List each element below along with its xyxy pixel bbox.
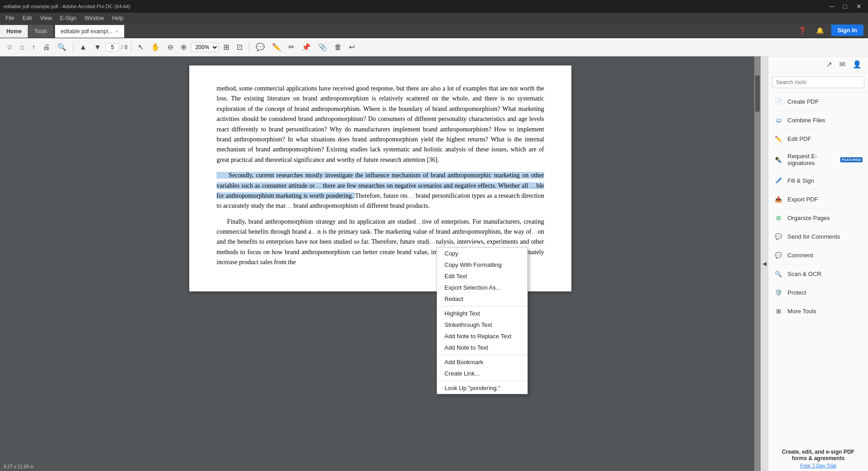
menu-file[interactable]: File — [2, 14, 18, 23]
share-button[interactable]: ↗ — [824, 59, 834, 70]
tab-document-label: editable pdf exampl... — [61, 28, 112, 35]
request-esig-icon: ✒️ — [774, 155, 783, 164]
close-button[interactable]: ✕ — [853, 2, 864, 11]
home-button[interactable]: ⌂ — [17, 41, 27, 53]
ctx-copy-formatting[interactable]: Copy With Formatting — [437, 259, 527, 271]
ctx-highlight-text[interactable]: Highlight Text — [437, 308, 527, 319]
tab-document[interactable]: editable pdf exampl... × — [55, 25, 124, 38]
tool-edit-pdf[interactable]: ✏️ Edit PDF — [768, 130, 868, 148]
bookmark-button[interactable]: ☆ — [4, 41, 15, 53]
tab-close-icon[interactable]: × — [115, 29, 118, 34]
right-panel-top: ↗ ✉ 👤 — [768, 56, 868, 73]
create-pdf-icon: 📄 — [774, 97, 783, 106]
search-tools-input[interactable] — [772, 76, 864, 88]
tool-organize-pages[interactable]: ⊞ Organize Pages — [768, 209, 868, 227]
tab-tools[interactable]: Tools — [28, 25, 53, 38]
tool-fill-sign[interactable]: 🖊️ Fill & Sign — [768, 171, 868, 190]
delete-button[interactable]: 🗑 — [332, 41, 344, 53]
zoom-out-search[interactable]: 🔍 — [55, 41, 69, 53]
export-pdf-icon: 📤 — [774, 195, 783, 204]
tool-create-pdf-label: Create PDF — [787, 98, 819, 105]
ctx-add-note-text[interactable]: Add Note to Text — [437, 342, 527, 353]
highlight-btn[interactable]: ✏ — [286, 41, 297, 53]
zoom-select[interactable]: 200% 150% 100% 75% — [191, 43, 219, 52]
ctx-sep-3 — [437, 381, 527, 381]
ctx-sep-1 — [437, 306, 527, 306]
comment-button[interactable]: 💬 — [253, 41, 267, 53]
tool-request-esig-label: Request E-signatures — [787, 153, 835, 166]
ctx-add-bookmark[interactable]: Add Bookmark — [437, 356, 527, 368]
tool-scan-ocr[interactable]: 🔍 Scan & OCR — [768, 265, 868, 283]
ctx-strikethrough-text[interactable]: Strikethrough Text — [437, 319, 527, 331]
page-sep: / — [121, 44, 122, 50]
undo-button[interactable]: ↩ — [346, 41, 358, 53]
cursor-tool[interactable]: ↖ — [135, 41, 146, 53]
organize-pages-icon: ⊞ — [774, 213, 783, 222]
banner-title: Create, edit, and e-sign PDF forms & agr… — [774, 449, 863, 461]
tool-comment-label: Comment — [787, 252, 813, 259]
attach-button[interactable]: 📎 — [315, 41, 330, 53]
print-button[interactable]: 🖨 — [40, 41, 53, 53]
titlebar: editable pdf example.pdf - Adobe Acrobat… — [0, 0, 868, 13]
stamp-button[interactable]: 📌 — [299, 41, 313, 53]
tool-comment[interactable]: 💬 Comment — [768, 246, 868, 265]
tool-fill-sign-label: Fill & Sign — [787, 177, 814, 184]
page-total: 8 — [125, 44, 128, 50]
tool-request-esig[interactable]: ✒️ Request E-signatures FEATURED — [768, 148, 868, 171]
mail-button[interactable]: ✉ — [838, 59, 847, 70]
pen-button[interactable]: ✏️ — [269, 41, 284, 53]
hand-tool[interactable]: ✋ — [148, 41, 163, 53]
ctx-add-note-replace[interactable]: Add Note to Replace Text — [437, 331, 527, 342]
paragraph-2: Secondly, current researches mostly inve… — [217, 170, 544, 211]
view-mode-button[interactable]: ⊞ — [221, 41, 232, 53]
upload-button[interactable]: ↑ — [29, 41, 38, 53]
ctx-copy[interactable]: Copy — [437, 248, 527, 259]
signin-button[interactable]: Sign In — [831, 25, 863, 36]
tool-more-tools[interactable]: ⊞ More Tools — [768, 302, 868, 321]
banner-link[interactable]: Free 7-Day Trial — [774, 463, 863, 468]
help-button[interactable]: ❓ — [796, 25, 809, 36]
tool-protect[interactable]: 🛡️ Protect — [768, 283, 868, 302]
bottom-banner: Create, edit, and e-sign PDF forms & agr… — [768, 444, 868, 471]
menu-edit[interactable]: Edit — [19, 14, 35, 23]
tool-combine-files[interactable]: 🗂 Combine Files — [768, 111, 868, 130]
zoom-in-button[interactable]: ⊕ — [178, 41, 189, 53]
notifications-button[interactable]: 🔔 — [813, 25, 827, 36]
titlebar-controls: ─ □ ✕ — [827, 2, 864, 11]
tool-export-pdf-label: Export PDF — [787, 196, 818, 203]
page-input[interactable] — [106, 43, 119, 51]
combine-files-icon: 🗂 — [774, 115, 783, 125]
marquee-tool[interactable]: ⊡ — [234, 41, 245, 53]
page-nav: / 8 — [106, 43, 127, 51]
tool-edit-pdf-label: Edit PDF — [787, 135, 811, 142]
tool-send-comments[interactable]: 💬 Send for Comments — [768, 227, 868, 246]
ctx-export-selection[interactable]: Export Selection As... — [437, 282, 527, 293]
ctx-create-link[interactable]: Create Link... — [437, 368, 527, 379]
ctx-redact[interactable]: Redact — [437, 293, 527, 305]
page-down-button[interactable]: ▼ — [91, 41, 104, 53]
pdf-scrollbar[interactable] — [754, 56, 761, 471]
menu-esign[interactable]: E-Sign — [56, 14, 80, 23]
zoom-out-button[interactable]: ⊖ — [165, 41, 176, 53]
protect-icon: 🛡️ — [774, 288, 783, 297]
user-button[interactable]: 👤 — [851, 59, 863, 70]
menu-window[interactable]: Window — [81, 14, 108, 23]
menu-view[interactable]: View — [36, 14, 56, 23]
panel-toggle[interactable]: ◀ — [761, 56, 768, 471]
edit-pdf-icon: ✏️ — [774, 134, 783, 143]
scrollbar-thumb[interactable] — [755, 75, 760, 112]
tab-home[interactable]: Home — [0, 25, 28, 38]
tool-more-tools-label: More Tools — [787, 308, 816, 315]
ctx-look-up[interactable]: Look Up "pondering." — [437, 382, 527, 394]
ctx-edit-text[interactable]: Edit Text — [437, 271, 527, 282]
fill-sign-icon: 🖊️ — [774, 176, 783, 185]
menu-help[interactable]: Help — [109, 14, 127, 23]
page-up-button[interactable]: ▲ — [77, 41, 90, 53]
tool-create-pdf[interactable]: 📄 Create PDF — [768, 92, 868, 111]
pdf-area: method, some commercial applications hav… — [0, 56, 761, 471]
main: method, some commercial applications hav… — [0, 56, 868, 471]
tabbar: Home Tools editable pdf exampl... × ❓ 🔔 … — [0, 24, 868, 38]
maximize-button[interactable]: □ — [841, 2, 850, 11]
tool-export-pdf[interactable]: 📤 Export PDF — [768, 190, 868, 209]
minimize-button[interactable]: ─ — [827, 2, 837, 11]
